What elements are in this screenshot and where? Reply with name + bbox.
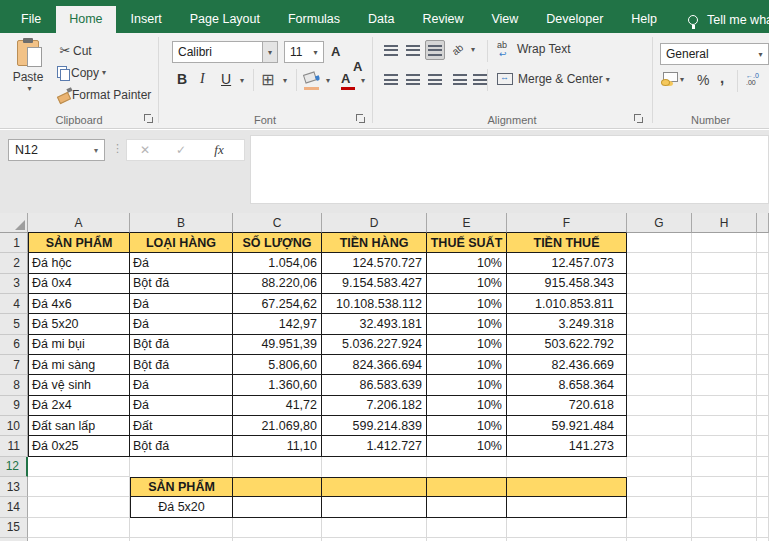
tab-formulas[interactable]: Formulas [275,6,353,33]
cell-H11[interactable] [692,436,757,456]
row-header-15[interactable]: 15 [0,518,28,538]
middle-align-button[interactable] [403,40,423,60]
cell-G5[interactable] [627,314,692,334]
cell-E8[interactable]: 10% [427,375,507,395]
cell-C4[interactable]: 67.254,62 [233,294,322,314]
cell-C10[interactable]: 21.069,80 [233,416,322,436]
cell-D13[interactable] [322,477,427,497]
cell-H6[interactable] [692,335,757,355]
font-size-combo[interactable]: 11 ▾ [284,41,324,63]
cell-F13[interactable] [507,477,627,497]
cell-H1[interactable] [692,233,757,253]
cell-H13[interactable] [692,477,757,497]
cell-H8[interactable] [692,375,757,395]
cell-C2[interactable]: 1.054,06 [233,253,322,273]
cell-G3[interactable] [627,274,692,294]
tell-me-box[interactable]: Tell me what yo [688,6,769,33]
row-header-6[interactable]: 6 [0,335,28,355]
cell-G4[interactable] [627,294,692,314]
cell-H7[interactable] [692,355,757,375]
cell-I15[interactable] [757,518,769,538]
cell-G15[interactable] [627,518,692,538]
font-color-dropdown-icon[interactable]: ▾ [361,76,365,85]
row-header-12[interactable]: 12 [0,457,28,477]
cell-I4[interactable] [757,294,769,314]
cell-G6[interactable] [627,335,692,355]
cell-B3[interactable]: Bột đá [130,274,233,294]
cell-G8[interactable] [627,375,692,395]
cell-B7[interactable]: Bột đá [130,355,233,375]
cell-G2[interactable] [627,253,692,273]
underline-button[interactable]: U [221,71,231,87]
wrap-text-button[interactable]: Wrap Text [497,42,571,56]
cell-A14[interactable] [28,497,130,517]
tab-home[interactable]: Home [56,6,115,33]
cell-D5[interactable]: 32.493.181 [322,314,427,334]
cell-A13[interactable] [28,477,130,497]
tab-insert[interactable]: Insert [118,6,175,33]
clipboard-dialog-launcher[interactable] [144,114,154,124]
column-header-G[interactable]: G [627,213,692,233]
copy-button[interactable]: Copy ▾ [57,63,106,82]
cell-F12[interactable] [507,457,627,477]
cell-D12[interactable] [322,457,427,477]
column-header-partial[interactable] [757,213,769,233]
cell-I12[interactable] [757,457,769,477]
tab-review[interactable]: Review [409,6,476,33]
italic-button[interactable]: I [200,71,205,87]
font-name-combo[interactable]: Calibri ▾ [172,41,278,63]
cell-D1[interactable]: TIỀN HÀNG [322,233,427,253]
cell-E10[interactable]: 10% [427,416,507,436]
cell-A6[interactable]: Đá mi bụi [28,335,130,355]
cell-G9[interactable] [627,396,692,416]
cell-B13[interactable]: SẢN PHẨM [130,477,233,497]
row-header-7[interactable]: 7 [0,355,28,375]
cell-F3[interactable]: 915.458.343 [507,274,627,294]
cell-E6[interactable]: 10% [427,335,507,355]
tab-view[interactable]: View [478,6,531,33]
cell-A15[interactable] [28,518,130,538]
cell-D14[interactable] [322,497,427,517]
merge-center-dropdown-icon[interactable]: ▾ [606,75,610,84]
cell-C9[interactable]: 41,72 [233,396,322,416]
cell-B12[interactable] [130,457,233,477]
tab-page-layout[interactable]: Page Layout [177,6,273,33]
tab-help[interactable]: Help [618,6,670,33]
cell-A9[interactable]: Đá 2x4 [28,396,130,416]
cell-F11[interactable]: 141.273 [507,436,627,456]
cell-I11[interactable] [757,436,769,456]
cell-B2[interactable]: Đá [130,253,233,273]
cell-B11[interactable]: Bột đá [130,436,233,456]
name-box[interactable]: N12 ▾ [8,139,105,161]
copy-dropdown-icon[interactable]: ▾ [102,68,106,77]
cell-A12[interactable] [28,457,130,477]
cell-A2[interactable]: Đá hộc [28,253,130,273]
cell-H9[interactable] [692,396,757,416]
cell-B10[interactable]: Đất [130,416,233,436]
cell-A4[interactable]: Đá 4x6 [28,294,130,314]
cell-A10[interactable]: Đất san lấp [28,416,130,436]
cell-G11[interactable] [627,436,692,456]
cell-F8[interactable]: 8.658.364 [507,375,627,395]
cell-B6[interactable]: Bột đá [130,335,233,355]
cell-A7[interactable]: Đá mi sàng [28,355,130,375]
cell-I6[interactable] [757,335,769,355]
borders-button[interactable]: ⊞ [261,70,274,89]
percent-style-button[interactable]: % [697,72,709,88]
cell-F7[interactable]: 82.436.669 [507,355,627,375]
cell-I9[interactable] [757,396,769,416]
cell-C11[interactable]: 11,10 [233,436,322,456]
cell-G12[interactable] [627,457,692,477]
tab-file[interactable]: File [8,6,54,33]
cell-G1[interactable] [627,233,692,253]
row-header-11[interactable]: 11 [0,436,28,456]
cell-I10[interactable] [757,416,769,436]
cell-I1[interactable] [757,233,769,253]
select-all-button[interactable] [0,213,28,233]
tab-developer[interactable]: Developer [533,6,616,33]
accounting-dropdown-icon[interactable]: ▾ [680,75,684,84]
row-header-3[interactable]: 3 [0,274,28,294]
cell-I13[interactable] [757,477,769,497]
cell-I2[interactable] [757,253,769,273]
cell-F2[interactable]: 12.457.073 [507,253,627,273]
